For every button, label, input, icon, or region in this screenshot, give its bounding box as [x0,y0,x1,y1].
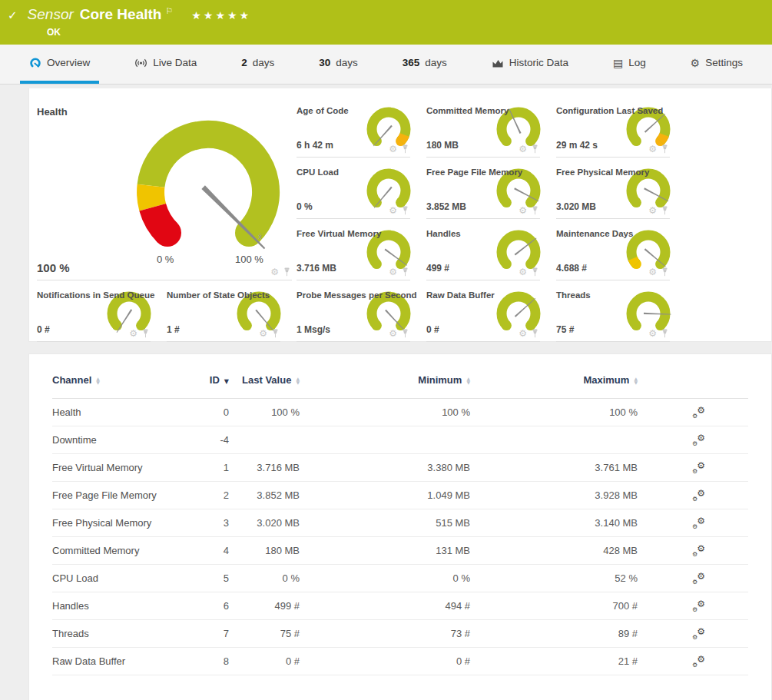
panel-pin-icon[interactable] [283,267,290,277]
panel-pin-icon[interactable] [532,144,538,154]
cell-maximum: 3.928 MB [470,489,638,501]
panel-gear-icon[interactable]: ⚙ [519,267,527,277]
edit-channel-gears-icon[interactable]: ⚙⚙ [692,572,705,585]
panel-pin-icon[interactable] [661,206,668,215]
tab-label: Live Data [153,57,197,68]
panel-pin-icon[interactable] [532,329,538,338]
gauge-title: Number of State Objects [167,290,270,300]
cell-maximum: 52 % [470,572,638,584]
table-row: Free Physical Memory33.020 MB515 MB3.140… [52,509,748,537]
gauge-panel-free-page-file-memory: Free Page File Memory3.852 MB⚙ [426,158,540,219]
tab-live-data[interactable]: Live Data [125,45,206,84]
tab-number: 30 [319,57,330,68]
edit-channel-gears-icon[interactable]: ⚙⚙ [692,517,705,529]
edit-channel-gears-icon[interactable]: ⚙⚙ [692,489,705,502]
panel-gear-icon[interactable]: ⚙ [389,144,397,154]
status-badge: OK [0,23,772,38]
cell-id: -4 [179,434,229,446]
table-row: CPU Load50 %0 %52 %⚙⚙ [52,565,748,592]
panel-gear-icon[interactable]: ⚙ [389,206,397,215]
health-gauge [93,111,323,273]
column-header-channel[interactable]: Channel▲▼ [52,374,179,386]
cell-id: 1 [179,462,229,473]
panel-gear-icon[interactable]: ⚙ [270,267,279,277]
panel-pin-icon[interactable] [142,329,149,338]
gauge-value: 4.688 # [556,263,587,274]
panel-gear-icon[interactable]: ⚙ [129,329,138,338]
cell-last-value: 499 # [229,600,300,612]
gauge-panel-cpu-load: CPU Load0 %⚙ [297,158,410,219]
sensor-header: ✓ Sensor Core Health ⚐ ★★★★★ OK [0,0,772,45]
priority-flag-icon[interactable]: ⚐ [165,6,173,16]
cell-last-value: 180 MB [229,545,300,556]
gauge-value: 1 # [167,324,180,335]
table-row: Free Virtual Memory13.716 MB3.380 MB3.76… [52,454,748,482]
edit-channel-gears-icon[interactable]: ⚙⚙ [692,600,705,612]
tab-365-days[interactable]: 365days [393,45,456,84]
panel-pin-icon[interactable] [402,267,409,277]
table-row: Committed Memory4180 MB131 MB428 MB⚙⚙ [52,537,748,565]
edit-channel-gears-icon[interactable]: ⚙⚙ [692,628,705,640]
gauge-panel-maintenance-days: Maintenance Days4.688 #⚙ [556,219,670,280]
cell-channel: Free Page File Memory [52,489,179,501]
edit-channel-gears-icon[interactable]: ⚙⚙ [692,462,705,474]
cell-maximum: 3.761 MB [470,462,638,473]
edit-channel-gears-icon[interactable]: ⚙⚙ [692,655,705,668]
tab-historic-data[interactable]: Historic Data [482,45,578,84]
panel-pin-icon[interactable] [402,329,409,338]
panel-pin-icon[interactable] [661,267,668,277]
panel-gear-icon[interactable]: ⚙ [259,329,267,338]
panel-pin-icon[interactable] [661,329,668,338]
tab-settings[interactable]: ⚙Settings [681,45,752,84]
column-header-last-value[interactable]: Last Value▲▼ [229,374,300,386]
tab-30-days[interactable]: 30days [310,45,367,84]
panel-pin-icon[interactable] [532,206,538,215]
panel-gear-icon[interactable]: ⚙ [648,144,657,154]
panel-pin-icon[interactable] [532,267,538,277]
cell-maximum: 21 # [470,655,638,667]
cell-minimum: 100 % [300,406,470,418]
priority-stars[interactable]: ★★★★★ [191,9,251,22]
edit-channel-gears-icon[interactable]: ⚙⚙ [692,545,705,557]
panel-gear-icon[interactable]: ⚙ [519,329,527,338]
panel-pin-icon[interactable] [272,329,279,338]
panel-gear-icon[interactable]: ⚙ [389,329,397,338]
check-icon: ✓ [8,8,18,22]
gauge-title: Free Page File Memory [426,168,522,177]
gauge-panel-free-physical-memory: Free Physical Memory3.020 MB⚙ [556,158,670,219]
panel-gear-icon[interactable]: ⚙ [648,267,657,277]
cell-minimum: 0 # [300,655,470,667]
panel-gear-icon[interactable]: ⚙ [648,329,657,338]
health-scale-max: 100 % [235,254,263,265]
panel-gear-icon[interactable]: ⚙ [648,206,657,215]
column-header-maximum[interactable]: Maximum▲▼ [470,374,638,386]
edit-channel-gears-icon[interactable]: ⚙⚙ [692,434,705,446]
edit-channel-gears-icon[interactable]: ⚙⚙ [692,406,705,419]
cell-channel: Threads [52,628,179,639]
table-row: Free Page File Memory23.852 MB1.049 MB3.… [52,482,748,509]
table-row: Downtime-4⚙⚙ [52,426,748,454]
channel-table-panel: Channel▲▼ID▼Last Value▲▼Minimum▲▼Maximum… [28,353,772,700]
panel-gear-icon[interactable]: ⚙ [389,267,397,277]
sort-icon: ▲▼ [634,377,638,384]
cell-id: 0 [179,406,229,418]
tab-2-days[interactable]: 2days [232,45,283,84]
tab-log[interactable]: ▤Log [604,45,655,84]
gauge-value: 0 % [297,201,313,212]
panel-pin-icon[interactable] [402,206,409,215]
column-header-minimum[interactable]: Minimum▲▼ [300,374,470,386]
panel-gear-icon[interactable]: ⚙ [519,144,527,154]
cell-channel: Free Virtual Memory [52,462,179,473]
cell-id: 6 [179,600,229,612]
cell-minimum: 515 MB [300,517,470,529]
tab-overview[interactable]: Overview [20,45,99,84]
cell-channel: Committed Memory [52,545,179,556]
area-chart-icon [492,58,504,68]
panel-gear-icon[interactable]: ⚙ [519,206,527,215]
column-header-id[interactable]: ID▼ [179,374,229,386]
panel-pin-icon[interactable] [661,144,668,154]
cell-minimum: 73 # [300,628,470,639]
average-marker: x̄ [258,233,262,241]
panel-pin-icon[interactable] [402,144,409,154]
cell-minimum: 0 % [300,572,470,584]
